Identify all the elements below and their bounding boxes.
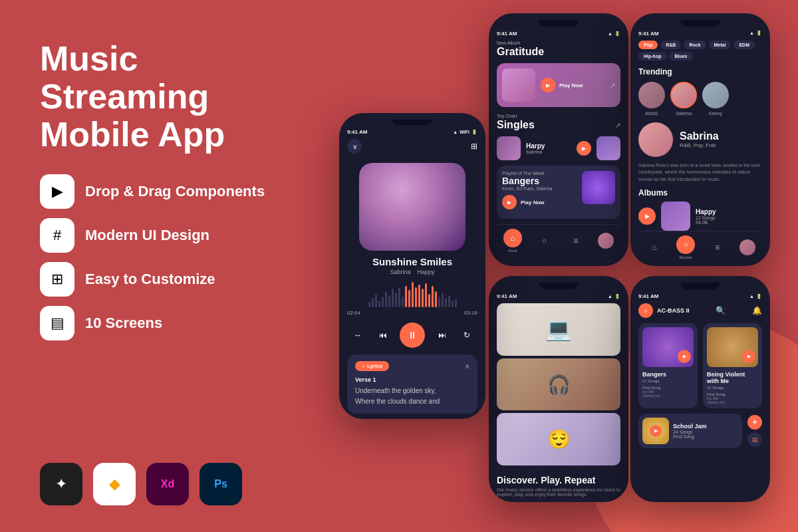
library-icon[interactable]: ▤ xyxy=(747,432,762,447)
lyrics-panel: ♪ Lyrics ∧ Verse 1 Underneath the golden… xyxy=(347,354,477,414)
figma-icon: ✦ xyxy=(40,463,82,505)
waveform xyxy=(347,282,477,307)
features-list: ▶ Drop & Drag Components # Modern UI Des… xyxy=(40,174,286,340)
artist-header: Sabrina R&B, Pop, Folk xyxy=(638,122,762,157)
modern-icon: # xyxy=(40,218,74,253)
lyrics-verse: Verse 1 xyxy=(355,376,469,383)
play-playlist-button[interactable]: ▶ xyxy=(502,195,517,209)
play-violent-button[interactable]: ▶ xyxy=(742,350,755,363)
nav-home-2[interactable]: ⌂ xyxy=(645,238,664,257)
discover-icon: ○ xyxy=(676,235,695,254)
topchart-phone: 9:41 AM ▲🔋 New Album Gratitude ▶ Play No… xyxy=(489,13,628,266)
genre-hiphop[interactable]: Hip-hop xyxy=(638,52,666,61)
play-button[interactable]: ▶ xyxy=(541,78,555,92)
top-chart-label: Top Chart xyxy=(497,114,620,118)
trending-item-sabrina: Sabrina xyxy=(670,82,697,116)
genre-rock[interactable]: Rock xyxy=(684,41,706,49)
player-phone: 9:41 AM ▲ WiFi 🔋 ∨ ⊞ Sunshine Smiles Sab… xyxy=(339,113,485,419)
xd-icon: Xd xyxy=(146,463,189,505)
status-icons-5: ▲🔋 xyxy=(749,294,762,299)
lyrics-badge: ♪ Lyrics xyxy=(355,361,389,371)
player-controls: ↔ ⏮ ⏸ ⏭ ↻ xyxy=(347,323,477,348)
playlist-phone: 9:41 AM ▲🔋 ♪ AC-BASS II 🔍 🔔 ▶ Bangers xyxy=(630,276,770,502)
discover-phone: 9:41 AM ▲🔋 💻 🎧 😌 Discover. Play. Repeat xyxy=(489,276,628,502)
player-artwork xyxy=(359,163,466,251)
search-icon[interactable]: 🔍 xyxy=(716,306,726,315)
queue-icon: ≡ xyxy=(567,231,585,250)
play-album-button[interactable]: ▶ xyxy=(638,207,656,225)
status-bar-2: 9:41 AM ▲🔋 xyxy=(497,31,620,37)
nav-queue[interactable]: ≡ xyxy=(567,231,585,250)
album-row-info: Happy 12 Songs 54.0B xyxy=(696,208,762,225)
lyrics-expand[interactable]: ∧ xyxy=(465,362,469,370)
nav-discover[interactable]: ○ Discover xyxy=(676,235,695,259)
trending-item-kenny: Kenny xyxy=(702,82,729,116)
nav-home[interactable]: ⌂ Home xyxy=(503,229,522,253)
discover-img-laptop: 💻 xyxy=(497,303,620,356)
status-icons-2: ▲🔋 xyxy=(608,31,620,37)
phones-area: 9:41 AM ▲ WiFi 🔋 ∨ ⊞ Sunshine Smiles Sab… xyxy=(319,0,798,532)
play-btn-row: ▶ Play Now xyxy=(502,195,582,209)
playlist-card-violent: ▶ Being Violent with Me 12 Songs First S… xyxy=(703,323,762,408)
clock-icon: ○ xyxy=(535,231,553,250)
artist-bio: Sabrina Rivers was born in a small town … xyxy=(638,162,762,184)
status-icons-4: ▲🔋 xyxy=(608,294,620,299)
play-bangers-button[interactable]: ▶ xyxy=(678,350,691,363)
chart-thumb xyxy=(497,136,521,160)
notch-5 xyxy=(680,283,720,289)
notification-icon[interactable]: 🔔 xyxy=(752,306,762,315)
top-chart-title: Singles xyxy=(497,119,535,131)
playlist-box: Playlist of The Week Bangers Kevin, DJ F… xyxy=(497,166,620,219)
genre-rnb[interactable]: R&B xyxy=(660,41,681,49)
repeat-button[interactable]: ↻ xyxy=(459,327,475,343)
track-name: Sunshine Smiles xyxy=(347,256,477,267)
trending-item-1: Artist1 xyxy=(638,82,665,116)
bottom-nav: ⌂ Home ○ ≡ xyxy=(497,224,620,254)
shuffle-button[interactable]: ↔ xyxy=(350,327,366,343)
trending-avatar-kenny xyxy=(702,82,729,108)
school-jam-thumb: ▶ xyxy=(642,418,669,444)
play-chart-button[interactable]: ▶ xyxy=(577,141,591,156)
status-bar-5: 9:41 AM ▲🔋 xyxy=(638,293,762,299)
status-bar: 9:41 AM ▲ WiFi 🔋 xyxy=(347,129,477,135)
discover-images: 💻 🎧 😌 xyxy=(497,303,620,466)
brand: ♪ AC-BASS II xyxy=(638,303,690,318)
home-icon: ⌂ xyxy=(503,229,522,247)
phone-notch xyxy=(392,120,432,125)
notch xyxy=(539,20,579,27)
prev-button[interactable]: ⏮ xyxy=(375,327,391,343)
add-button[interactable]: + xyxy=(747,415,762,430)
chart-thumb-2 xyxy=(597,136,620,160)
genre-pop[interactable]: Pop xyxy=(638,41,658,49)
trending-label: Trending xyxy=(638,67,762,76)
play-schooljam-button[interactable]: ▶ xyxy=(650,425,662,437)
nav-queue-2[interactable]: ≡ xyxy=(708,238,727,257)
genre-edm[interactable]: EDM xyxy=(733,41,755,49)
expand-icon[interactable]: ↗ xyxy=(615,122,620,129)
feature-customize-label: Easy to Customize xyxy=(85,271,215,288)
link-icon[interactable]: ↗ xyxy=(610,82,615,89)
nav-clock[interactable]: ○ xyxy=(535,231,553,250)
playlist-card-bangers: ▶ Bangers 17 Songs First Song Ivy Me Jam… xyxy=(638,323,698,408)
album-thumb xyxy=(502,68,535,102)
feature-screens-label: 10 Screens xyxy=(85,315,162,332)
nav-avatar-2[interactable] xyxy=(739,239,755,255)
trending-avatar-sabrina xyxy=(670,82,697,108)
status-icons: ▲ WiFi 🔋 xyxy=(453,130,477,135)
genre-blues[interactable]: Blues xyxy=(669,52,692,61)
new-album-box: ▶ Play Now ↗ xyxy=(497,63,620,107)
genre-metal[interactable]: Metal xyxy=(709,41,732,49)
chart-info: Harpy Sabrina xyxy=(526,142,571,154)
album-thumb-lg xyxy=(661,201,690,231)
next-button[interactable]: ⏭ xyxy=(434,327,450,343)
feature-drag: ▶ Drop & Drag Components xyxy=(40,174,286,209)
back-button[interactable]: ∨ xyxy=(347,139,362,154)
hero-title: Music Streaming Mobile App xyxy=(40,40,286,154)
nav-avatar[interactable] xyxy=(598,233,614,249)
notch-4 xyxy=(539,283,579,289)
play-pause-button[interactable]: ⏸ xyxy=(400,323,425,348)
menu-icon[interactable]: ⊞ xyxy=(471,142,477,151)
album-info: ▶ Play Now xyxy=(541,78,604,92)
screens-icon: ▤ xyxy=(40,306,74,340)
bottom-nav-2: ⌂ ○ Discover ≡ xyxy=(638,231,762,261)
